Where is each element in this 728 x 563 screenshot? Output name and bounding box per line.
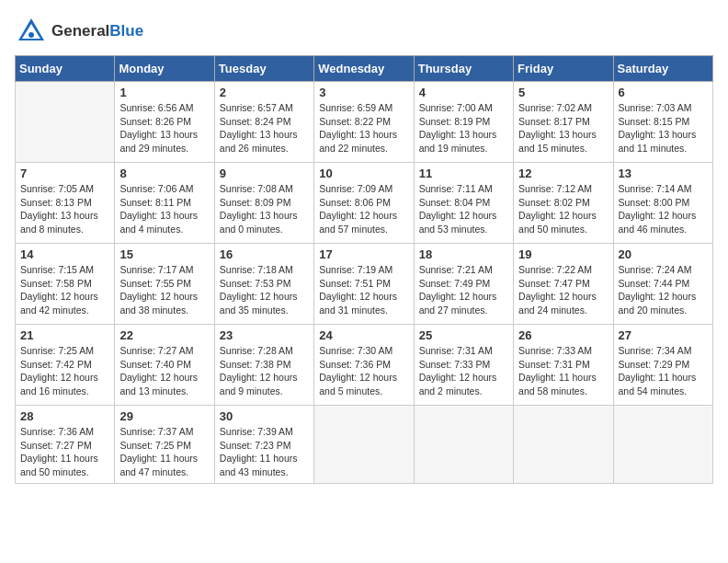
day-info: Sunrise: 7:02 AMSunset: 8:17 PMDaylight:… [518, 101, 608, 155]
calendar-cell: 16Sunrise: 7:18 AMSunset: 7:53 PMDayligh… [214, 244, 313, 325]
calendar-cell: 12Sunrise: 7:12 AMSunset: 8:02 PMDayligh… [514, 163, 613, 244]
calendar-cell [514, 406, 613, 484]
sunset-text: Sunset: 7:51 PM [319, 277, 408, 291]
sunset-text: Sunset: 7:31 PM [518, 358, 608, 372]
sunrise-text: Sunrise: 7:22 AM [518, 263, 608, 277]
day-info: Sunrise: 7:06 AMSunset: 8:11 PMDaylight:… [119, 182, 209, 236]
daylight-text: Daylight: 13 hours and 29 minutes. [119, 128, 209, 155]
calendar-cell: 4Sunrise: 7:00 AMSunset: 8:19 PMDaylight… [414, 82, 513, 163]
day-number: 1 [119, 86, 209, 99]
sunrise-text: Sunrise: 7:14 AM [619, 182, 708, 196]
calendar-cell: 10Sunrise: 7:09 AMSunset: 8:06 PMDayligh… [314, 163, 414, 244]
calendar-cell: 24Sunrise: 7:30 AMSunset: 7:36 PMDayligh… [314, 325, 414, 406]
day-info: Sunrise: 7:22 AMSunset: 7:47 PMDaylight:… [518, 263, 608, 317]
daylight-text: Daylight: 12 hours and 46 minutes. [619, 209, 708, 236]
sunrise-text: Sunrise: 7:05 AM [20, 182, 109, 196]
sunset-text: Sunset: 8:17 PM [518, 115, 608, 129]
daylight-text: Daylight: 12 hours and 5 minutes. [319, 371, 408, 397]
daylight-text: Daylight: 11 hours and 43 minutes. [220, 452, 309, 478]
calendar-cell: 8Sunrise: 7:06 AMSunset: 8:11 PMDaylight… [115, 163, 214, 244]
sunrise-text: Sunrise: 7:39 AM [220, 425, 309, 439]
sunrise-text: Sunrise: 7:11 AM [419, 182, 508, 196]
sunrise-text: Sunrise: 6:56 AM [119, 101, 209, 115]
daylight-text: Daylight: 13 hours and 11 minutes. [619, 128, 708, 155]
day-number: 16 [220, 247, 309, 261]
day-info: Sunrise: 7:05 AMSunset: 8:13 PMDaylight:… [20, 182, 109, 236]
daylight-text: Daylight: 12 hours and 13 minutes. [119, 371, 209, 397]
sunset-text: Sunset: 7:55 PM [119, 277, 209, 291]
calendar-cell: 7Sunrise: 7:05 AMSunset: 8:13 PMDaylight… [16, 163, 115, 244]
sunrise-text: Sunrise: 7:19 AM [319, 263, 408, 277]
day-info: Sunrise: 7:24 AMSunset: 7:44 PMDaylight:… [619, 263, 708, 317]
calendar-cell: 1Sunrise: 6:56 AMSunset: 8:26 PMDaylight… [115, 82, 214, 163]
sunset-text: Sunset: 8:22 PM [319, 115, 408, 129]
calendar-cell: 13Sunrise: 7:14 AMSunset: 8:00 PMDayligh… [613, 163, 712, 244]
sunset-text: Sunset: 7:33 PM [419, 358, 508, 372]
sunrise-text: Sunrise: 7:03 AM [619, 101, 708, 115]
day-info: Sunrise: 7:21 AMSunset: 7:49 PMDaylight:… [419, 263, 508, 317]
sunset-text: Sunset: 8:24 PM [220, 115, 309, 129]
sunrise-text: Sunrise: 7:33 AM [518, 344, 608, 358]
day-info: Sunrise: 7:33 AMSunset: 7:31 PMDaylight:… [518, 344, 608, 398]
sunrise-text: Sunrise: 6:59 AM [319, 101, 408, 115]
daylight-text: Daylight: 13 hours and 15 minutes. [518, 128, 608, 155]
sunset-text: Sunset: 7:38 PM [220, 358, 309, 372]
day-number: 15 [119, 247, 209, 261]
calendar-cell [16, 82, 115, 163]
calendar-cell: 2Sunrise: 6:57 AMSunset: 8:24 PMDaylight… [214, 82, 313, 163]
day-number: 3 [319, 86, 408, 99]
day-info: Sunrise: 7:36 AMSunset: 7:27 PMDaylight:… [20, 425, 109, 479]
daylight-text: Daylight: 12 hours and 42 minutes. [20, 290, 109, 316]
day-number: 14 [20, 247, 109, 261]
sunrise-text: Sunrise: 7:21 AM [419, 263, 508, 277]
sunset-text: Sunset: 8:09 PM [220, 196, 309, 210]
calendar-cell: 5Sunrise: 7:02 AMSunset: 8:17 PMDaylight… [514, 82, 613, 163]
day-number: 2 [220, 86, 309, 99]
sunrise-text: Sunrise: 7:37 AM [119, 425, 209, 439]
day-number: 24 [319, 328, 408, 342]
day-number: 25 [419, 328, 508, 342]
sunrise-text: Sunrise: 7:28 AM [220, 344, 309, 358]
sunrise-text: Sunrise: 6:57 AM [220, 101, 309, 115]
calendar-cell: 27Sunrise: 7:34 AMSunset: 7:29 PMDayligh… [613, 325, 712, 406]
day-info: Sunrise: 7:34 AMSunset: 7:29 PMDaylight:… [619, 344, 708, 398]
sunset-text: Sunset: 7:27 PM [20, 439, 109, 453]
calendar-cell: 17Sunrise: 7:19 AMSunset: 7:51 PMDayligh… [314, 244, 414, 325]
sunset-text: Sunset: 7:47 PM [518, 277, 608, 291]
calendar-cell [314, 406, 414, 484]
calendar-cell: 11Sunrise: 7:11 AMSunset: 8:04 PMDayligh… [414, 163, 513, 244]
day-info: Sunrise: 7:15 AMSunset: 7:58 PMDaylight:… [20, 263, 109, 317]
daylight-text: Daylight: 12 hours and 31 minutes. [319, 290, 408, 316]
calendar-cell: 25Sunrise: 7:31 AMSunset: 7:33 PMDayligh… [414, 325, 513, 406]
calendar-cell: 23Sunrise: 7:28 AMSunset: 7:38 PMDayligh… [214, 325, 313, 406]
daylight-text: Daylight: 13 hours and 4 minutes. [119, 209, 209, 236]
day-number: 13 [619, 167, 708, 180]
weekday-header-saturday: Saturday [613, 56, 712, 82]
weekday-header-tuesday: Tuesday [214, 56, 313, 82]
sunset-text: Sunset: 7:53 PM [220, 277, 309, 291]
daylight-text: Daylight: 13 hours and 26 minutes. [220, 128, 309, 155]
sunrise-text: Sunrise: 7:15 AM [20, 263, 109, 277]
sunset-text: Sunset: 7:44 PM [619, 277, 708, 291]
day-number: 4 [419, 86, 508, 99]
day-number: 27 [619, 328, 708, 342]
weekday-header-thursday: Thursday [414, 56, 513, 82]
calendar-cell: 3Sunrise: 6:59 AMSunset: 8:22 PMDaylight… [314, 82, 414, 163]
weekday-header-friday: Friday [514, 56, 613, 82]
page-header: GeneralBlue [15, 15, 713, 48]
day-info: Sunrise: 6:59 AMSunset: 8:22 PMDaylight:… [319, 101, 408, 155]
svg-point-2 [28, 32, 34, 38]
day-info: Sunrise: 7:14 AMSunset: 8:00 PMDaylight:… [619, 182, 708, 236]
calendar-cell: 30Sunrise: 7:39 AMSunset: 7:23 PMDayligh… [214, 406, 313, 484]
calendar-cell: 9Sunrise: 7:08 AMSunset: 8:09 PMDaylight… [214, 163, 313, 244]
calendar-table: SundayMondayTuesdayWednesdayThursdayFrid… [15, 55, 713, 484]
sunset-text: Sunset: 8:02 PM [518, 196, 608, 210]
day-number: 5 [518, 86, 608, 99]
sunrise-text: Sunrise: 7:17 AM [119, 263, 209, 277]
calendar-cell: 18Sunrise: 7:21 AMSunset: 7:49 PMDayligh… [414, 244, 513, 325]
sunset-text: Sunset: 7:23 PM [220, 439, 309, 453]
sunset-text: Sunset: 7:42 PM [20, 358, 109, 372]
day-number: 12 [518, 167, 608, 180]
sunset-text: Sunset: 8:13 PM [20, 196, 109, 210]
daylight-text: Daylight: 12 hours and 57 minutes. [319, 209, 408, 236]
